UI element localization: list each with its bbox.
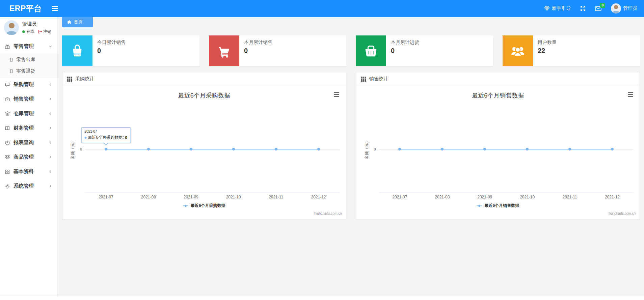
chart-context-menu-button[interactable]: [626, 90, 635, 98]
gem-icon: [544, 6, 550, 11]
logout-icon: [38, 29, 42, 34]
topbar-right: 新手引导 0 管理员: [544, 3, 637, 13]
menu-bar: [628, 92, 633, 93]
sidebar-item-goods[interactable]: 商品管理: [0, 150, 57, 164]
main-content: 首页 今日累计销售 0: [58, 17, 644, 296]
sidebar-item-label: 零售管理: [14, 43, 34, 50]
purchase-stats-panel: 采购统计 最近6个月采购数据金额（元）02021-072021-082021-0…: [62, 72, 346, 220]
menu-bar: [628, 94, 633, 95]
x-axis-tick-label: 2021-09: [184, 195, 198, 199]
stat-card-user-count: 用户数量 22: [503, 35, 640, 66]
messages-button[interactable]: 0: [595, 6, 601, 11]
online-status-label: 在线: [26, 29, 34, 34]
x-axis-tick-label: 2021-07: [99, 195, 113, 199]
fullscreen-icon: [580, 6, 586, 11]
x-axis-tick-label: 2021-11: [269, 195, 283, 199]
chart-legend-item[interactable]: 最近6个月销售数据: [356, 203, 640, 209]
user-avatar: [4, 20, 19, 35]
erp-dashboard: ERP平台 新手引导: [0, 0, 644, 300]
data-point[interactable]: [275, 148, 277, 151]
top-navbar: ERP平台 新手引导: [0, 0, 644, 17]
chart-title: 最近6个月销售数据: [356, 91, 640, 100]
highcharts-credits-link[interactable]: Highcharts.com.cn: [314, 212, 342, 215]
chart-title: 最近6个月采购数据: [62, 91, 346, 100]
chevron-left-icon: [49, 126, 52, 130]
data-point[interactable]: [190, 148, 192, 151]
plot-area: 2021-072021-082021-092021-102021-112021-…: [85, 100, 340, 192]
sidebar-menu: 零售管理 零售出库: [0, 39, 57, 193]
data-point[interactable]: [147, 148, 150, 151]
home-icon: [67, 20, 72, 24]
chevron-left-icon: [49, 112, 52, 115]
x-axis-tick-label: 2021-08: [435, 195, 450, 199]
stat-card-title: 本月累计进货: [391, 39, 419, 46]
panel-title: 销售统计: [369, 76, 388, 82]
box-icon: [5, 155, 10, 160]
sales-chart: 最近6个月销售数据金额（元）02021-072021-082021-092021…: [356, 86, 640, 219]
sidebar-item-sales[interactable]: 销售管理: [0, 92, 57, 106]
sidebar-item-retail[interactable]: 零售管理: [0, 39, 57, 54]
x-axis-tick-label: 2021-10: [226, 195, 241, 199]
sidebar-item-purchase[interactable]: 采购管理: [0, 77, 57, 92]
guide-button[interactable]: 新手引导: [544, 5, 571, 11]
plot-area: 2021-072021-082021-092021-102021-112021-…: [379, 100, 634, 192]
stat-card-value: 0: [244, 47, 272, 55]
gear-icon: [5, 184, 10, 189]
pie-chart-icon: [5, 140, 10, 145]
data-point[interactable]: [232, 148, 235, 151]
th-grid-icon: [67, 77, 72, 82]
x-axis-tick-label: 2021-12: [311, 195, 326, 199]
legend-label: 最近6个月采购数据: [191, 203, 225, 209]
chart-legend-item[interactable]: 最近6个月采购数据: [62, 203, 346, 209]
sidebar-item-basic-data[interactable]: 基本资料: [0, 164, 57, 179]
data-point[interactable]: [317, 148, 320, 151]
stat-card-value: 0: [391, 47, 419, 55]
tab-bar: 首页: [58, 17, 644, 29]
x-axis-tick-label: 2021-12: [605, 195, 620, 199]
data-point[interactable]: [611, 148, 614, 151]
sidebar-user-name: 管理员: [22, 21, 51, 27]
shopping-basket-icon: [363, 43, 379, 59]
stat-card-today-sales: 今日累计销售 0: [62, 35, 199, 66]
fullscreen-button[interactable]: [580, 6, 586, 11]
sidebar-item-system[interactable]: 系统管理: [0, 179, 57, 193]
series-line: [400, 149, 612, 149]
sidebar: 管理员 在线 注销 零售管: [0, 17, 57, 296]
sidebar-item-finance[interactable]: 财务管理: [0, 121, 57, 135]
tooltip-value: 0: [125, 135, 128, 140]
data-point[interactable]: [441, 148, 444, 151]
users-icon: [510, 43, 526, 59]
tab-home-label: 首页: [74, 19, 83, 25]
data-point[interactable]: [568, 148, 571, 151]
logout-button[interactable]: 注销: [38, 29, 51, 34]
data-point[interactable]: [105, 148, 107, 151]
chevron-left-icon: [49, 170, 52, 173]
data-point[interactable]: [483, 148, 486, 151]
sidebar-toggle-button[interactable]: [51, 5, 59, 12]
document-icon: [9, 69, 14, 74]
document-icon: [9, 57, 14, 62]
chevron-left-icon: [49, 184, 52, 188]
data-point[interactable]: [526, 148, 529, 151]
stat-card-value: 22: [538, 47, 557, 55]
sidebar-item-warehouse[interactable]: 仓库管理: [0, 106, 57, 121]
x-axis-tick-label: 2021-08: [141, 195, 156, 199]
stat-card-title: 今日累计销售: [97, 39, 126, 46]
y-axis-tick-label: 0: [75, 147, 82, 151]
data-point[interactable]: [398, 148, 401, 151]
highcharts-credits-link[interactable]: Highcharts.com.cn: [608, 212, 636, 215]
chevron-left-icon: [49, 155, 52, 159]
sidebar-item-retail-outbound[interactable]: 零售出库: [0, 54, 57, 65]
chart-context-menu-button[interactable]: [332, 90, 341, 98]
tooltip-series-row: 最近6个月采购数据: 0: [85, 135, 128, 140]
chevron-left-icon: [49, 141, 52, 144]
user-avatar-small: [611, 3, 621, 13]
stat-card-value: 0: [97, 47, 126, 55]
user-menu[interactable]: 管理员: [611, 3, 637, 13]
sidebar-item-reports[interactable]: 报表查询: [0, 135, 57, 150]
stat-cards-row: 今日累计销售 0 本月累计销售 0: [58, 29, 644, 66]
sidebar-item-retail-return[interactable]: 零售退货: [0, 65, 57, 77]
sales-stats-panel: 销售统计 最近6个月销售数据金额（元）02021-072021-082021-0…: [356, 72, 640, 220]
tab-home[interactable]: 首页: [62, 17, 93, 27]
tooltip-header: 2021-07: [85, 130, 128, 133]
